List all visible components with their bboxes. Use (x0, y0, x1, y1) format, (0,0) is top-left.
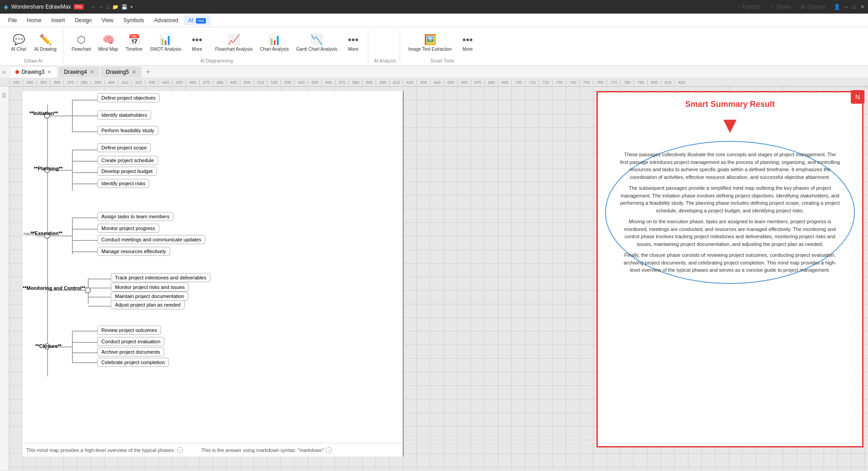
toolbar-group-ai-diagramming: ⬡ Flowchart 🧠 Mind Map 📅 Timeline 📊 SWOT… (65, 29, 368, 63)
toolbar-group-ai-analysis: AI Analysis (370, 29, 400, 63)
toolbar-mind-map[interactable]: 🧠 Mind Map (95, 29, 121, 57)
ai-analysis-label: AI Analysis (374, 57, 396, 63)
phase-circle-monitoring (85, 287, 91, 293)
toolbar-ai-drawing[interactable]: ✏️ AI Drawing (32, 29, 59, 57)
share-button[interactable]: ↗ Share (767, 3, 793, 11)
menu-symbols[interactable]: Symbols (119, 15, 149, 25)
menu-file[interactable]: File (4, 15, 21, 25)
publish-button[interactable]: ↑ Publish (735, 3, 763, 11)
task-review-outcomes[interactable]: Review project outcomes (97, 326, 161, 335)
options-button[interactable]: ⚙ Options (798, 3, 829, 11)
smart-tools-label: Smart Tools (430, 57, 454, 63)
menu-view[interactable]: View (97, 15, 118, 25)
toolbar-gantt-analysis[interactable]: 📉 Gantt Chart Analysis (293, 29, 340, 57)
document-canvas[interactable]: ment: **Initiation** **Planning** **Exec… (23, 91, 403, 457)
task-create-schedule[interactable]: Create project schedule (97, 156, 158, 165)
summary-para2: The subsequent passages provide a simpli… (620, 184, 840, 214)
ruler: 330 340 350 360 370 380 390 400 410 420 … (0, 78, 868, 87)
task-develop-budget[interactable]: Develop project budget (97, 167, 157, 176)
more1-label: More (192, 47, 202, 52)
options-label: Options (807, 4, 826, 10)
task-manage-resources[interactable]: Manage resources effectively (97, 247, 170, 256)
task-identify-stakeholders[interactable]: Identify stakeholders (97, 111, 151, 120)
timeline-label: Timeline (125, 47, 142, 52)
toolbar-more3[interactable]: ••• More (456, 29, 479, 57)
ai-drawing-icon: ✏️ (39, 34, 52, 46)
mind-map-icon: 🧠 (102, 34, 114, 46)
toolbar-undo[interactable]: ← (91, 4, 96, 10)
toolbar-image-text[interactable]: 🖼️ Image Text Extraction (405, 29, 454, 57)
task-adjust-plan[interactable]: Adjust project plan as needed (111, 300, 185, 309)
window-close[interactable]: ✕ (860, 4, 864, 10)
toolbar-timeline[interactable]: 📅 Timeline (123, 29, 145, 57)
tab-drawing4[interactable]: Drawing4 ✕ (58, 67, 100, 77)
gantt-analysis-label: Gantt Chart Analysis (296, 47, 337, 52)
toolbar-group-smart-tools: 🖼️ Image Text Extraction ••• More Smart … (402, 29, 482, 63)
task-define-scope[interactable]: Define project scope (97, 143, 151, 152)
ai-diagramming-label: AI Diagramming (200, 57, 233, 63)
task-track-milestones[interactable]: Track project milestones and deliverable… (111, 273, 210, 282)
mind-map-label: Mind Map (98, 47, 118, 52)
flowchart-label: Flowchart (72, 47, 91, 52)
task-conduct-evaluation[interactable]: Conduct project evaluation (97, 337, 164, 346)
toolbar-save[interactable]: 💾 (121, 4, 128, 10)
minus-icon-left[interactable]: − (177, 447, 183, 453)
tab-add[interactable]: + (143, 66, 154, 78)
toolbar-new[interactable]: □ (106, 4, 110, 10)
task-define-objectives[interactable]: Define project objectives (97, 93, 160, 102)
title-bar-left: ◈ Wondershare EdrawMax Pro ← → □ 📁 💾 ▾ (4, 3, 133, 10)
user-avatar[interactable]: 👤 (834, 4, 840, 10)
window-maximize[interactable]: □ (853, 4, 856, 10)
task-conduct-meetings[interactable]: Conduct meetings and communicate updates (97, 235, 205, 244)
window-minimize[interactable]: ─ (845, 4, 849, 10)
toolbar-open[interactable]: 📁 (112, 4, 119, 10)
ai-badge: Hot (196, 18, 206, 24)
task-assign-tasks[interactable]: Assign tasks to team members (97, 212, 173, 221)
mind-map-svg (23, 91, 403, 457)
flowchart-analysis-label: Flowchart Analysis (215, 47, 253, 52)
chart-analysis-label: Chart Analysis (260, 47, 289, 52)
task-monitor-risks[interactable]: Monitor project risks and issues (111, 283, 189, 292)
ai-chat-label: AI Chat (11, 47, 26, 52)
tab-drawing3-close[interactable]: ✕ (47, 69, 52, 75)
phase-label-planning: **Planning** (34, 166, 63, 171)
tab-drawing5[interactable]: Drawing5 ✕ (100, 67, 142, 77)
toolbar-more[interactable]: ▾ (130, 4, 133, 10)
toolbar-swot[interactable]: 📊 SWOT Analysis (147, 29, 184, 57)
toolbar-chart-analysis[interactable]: 📊 Chart Analysis (257, 29, 291, 57)
task-maintain-docs[interactable]: Maintain project documentation (111, 292, 188, 301)
menu-advanced[interactable]: Advanced (150, 15, 183, 25)
canvas-area[interactable]: ment: **Initiation** **Planning** **Exec… (9, 87, 868, 470)
menu-home[interactable]: Home (22, 15, 46, 25)
tab-drawing4-close[interactable]: ✕ (90, 69, 94, 75)
tab-drawing3[interactable]: Drawing3 ✕ (10, 67, 58, 77)
tab-scroll-left[interactable]: ‹‹ (2, 68, 7, 76)
ruler-marks: 330 340 350 360 370 380 390 400 410 420 … (9, 80, 688, 85)
edraw-ai-label: Edraw AI (24, 57, 42, 63)
tab-drawing5-close[interactable]: ✕ (132, 69, 136, 75)
menu-design[interactable]: Design (70, 15, 96, 25)
tab-drawing3-label: Drawing3 (22, 69, 45, 75)
tab-drawing4-label: Drawing4 (64, 69, 87, 75)
edraw-logo: N (851, 90, 864, 104)
bottom-left-text-content: This mind map provides a high-level over… (26, 447, 175, 453)
toolbar-group-edraw-ai: 💬 AI Chat ✏️ AI Drawing Edraw AI (4, 29, 63, 63)
task-monitor-progress[interactable]: Monitor project progress (97, 224, 159, 233)
task-feasibility[interactable]: Perform feasibility study (97, 126, 158, 135)
task-archive-docs[interactable]: Archive project documents (97, 347, 164, 356)
menu-ai[interactable]: AI Hot (184, 15, 210, 25)
more3-label: More (463, 47, 473, 52)
options-icon: ⚙ (801, 4, 806, 10)
toolbar-ai-chat[interactable]: 💬 AI Chat (7, 29, 30, 57)
toolbar-flowchart-analysis[interactable]: 📈 Flowchart Analysis (212, 29, 255, 57)
publish-icon: ↑ (738, 4, 740, 10)
toolbar-flowchart[interactable]: ⬡ Flowchart (69, 29, 94, 57)
toolbar-more1[interactable]: ••• More (186, 29, 208, 57)
toolbar-redo[interactable]: → (99, 4, 104, 10)
menu-insert[interactable]: Insert (47, 15, 69, 25)
minus-icon-right[interactable]: − (326, 447, 332, 453)
summary-arrow-icon: ▼ (605, 114, 855, 136)
task-celebrate[interactable]: Celebrate project completion (97, 358, 169, 367)
toolbar-more2[interactable]: ••• More (342, 29, 364, 57)
task-identify-risks[interactable]: Identify project risks (97, 179, 149, 188)
